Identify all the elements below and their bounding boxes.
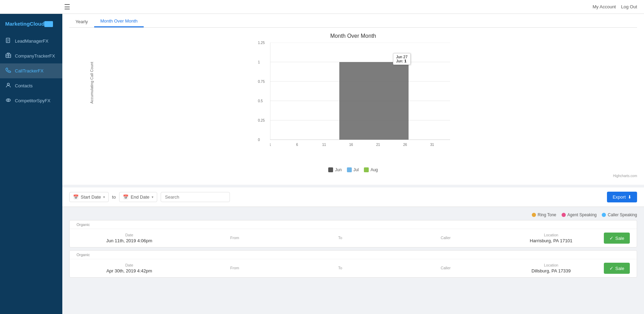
call-col-caller-1: Caller (393, 266, 499, 271)
call-col-date-1: Date Apr 30th, 2019 4:42pm (77, 263, 182, 273)
export-label: Export (612, 194, 626, 200)
sidebar-item-company-tracker[interactable]: CompanyTrackerFX (0, 49, 62, 63)
export-button[interactable]: Export ⬇ (607, 192, 637, 202)
call-col-caller-0: Caller (393, 236, 499, 241)
location-col-label-1: Location (498, 263, 604, 267)
call-col-to-1: To (287, 266, 393, 271)
hamburger-button[interactable]: ☰ (64, 3, 70, 11)
sale-check-icon-1: ✓ (609, 265, 614, 271)
legend-item-jun[interactable]: Jun (328, 167, 341, 172)
sidebar-label-call-tracker: CallTrackerFX (15, 68, 44, 73)
chart-title: Month Over Month (69, 33, 637, 39)
location-value-0: Harrisburg, PA 17101 (498, 238, 604, 243)
main-wrapper: MarketingCloudFX LeadManagerFX CompanyTr… (0, 14, 644, 314)
eye-icon (5, 97, 11, 104)
svg-text:31: 31 (430, 143, 434, 147)
call-record-source-1: Organic (70, 251, 637, 259)
legend-agent-speaking: Agent Speaking (562, 212, 597, 217)
legend-ring-tone: Ring Tone (532, 212, 556, 217)
svg-text:6: 6 (296, 143, 298, 147)
sidebar-label-lead-manager: LeadManagerFX (15, 38, 48, 44)
svg-text:16: 16 (349, 143, 353, 147)
top-nav-links: My Account Log Out (593, 4, 637, 9)
sidebar-label-competitor-spy: CompetitorSpyFX (15, 98, 51, 103)
top-nav: ☰ My Account Log Out (0, 0, 644, 14)
caret-start: ▾ (103, 195, 105, 199)
sale-label-1: Sale (615, 266, 624, 271)
sidebar-item-competitor-spy[interactable]: CompetitorSpyFX (0, 93, 62, 108)
calendar-icon-start: 📅 (73, 194, 79, 200)
svg-point-10 (8, 99, 9, 101)
legend-bar: Ring Tone Agent Speaking Caller Speaking (62, 210, 644, 220)
sidebar-logo: MarketingCloudFX (0, 17, 62, 34)
location-col-label-0: Location (498, 233, 604, 237)
call-col-date-0: Date Jun 11th, 2019 4:06pm (77, 233, 182, 243)
svg-text:1: 1 (270, 143, 271, 147)
svg-text:11: 11 (322, 143, 326, 147)
start-date-label: Start Date (81, 194, 101, 200)
date-value-0: Jun 11th, 2019 4:06pm (77, 238, 182, 243)
location-value-1: Dillsburg, PA 17339 (498, 268, 604, 273)
tab-month-over-month[interactable]: Month Over Month (94, 16, 144, 27)
filter-bar: 📅 Start Date ▾ to 📅 End Date ▾ Export ⬇ (62, 187, 644, 207)
from-col-label-1: From (182, 266, 288, 270)
sidebar-label-contacts: Contacts (15, 83, 33, 88)
caller-speaking-label: Caller Speaking (608, 212, 637, 217)
legend-color-aug (364, 167, 369, 172)
call-record-body-0: Date Jun 11th, 2019 4:06pm From To Calle… (70, 229, 637, 247)
end-date-picker[interactable]: 📅 End Date ▾ (119, 192, 157, 202)
legend-item-jul[interactable]: Jul (347, 167, 359, 172)
agent-speaking-label: Agent Speaking (567, 212, 597, 217)
ring-tone-dot (532, 213, 536, 217)
svg-rect-5 (7, 53, 9, 54)
sidebar-item-contacts[interactable]: Contacts (0, 78, 62, 93)
legend-color-jun (328, 167, 333, 172)
svg-text:21: 21 (376, 143, 380, 147)
call-col-location-1: Location Dillsburg, PA 17339 (498, 263, 604, 273)
call-col-location-0: Location Harrisburg, PA 17101 (498, 233, 604, 243)
company-icon (5, 53, 11, 59)
sale-button-1[interactable]: ✓ Sale (604, 263, 630, 274)
calendar-icon-end: 📅 (123, 194, 128, 200)
to-col-label-0: To (287, 236, 393, 240)
sidebar-logo-text: MarketingCloudFX (5, 21, 53, 27)
caret-end: ▾ (152, 195, 153, 199)
from-col-label-0: From (182, 236, 288, 240)
sidebar-item-lead-manager[interactable]: LeadManagerFX (0, 34, 62, 49)
chart-section: Yearly Month Over Month Month Over Month… (62, 14, 644, 185)
caller-col-label-0: Caller (393, 236, 499, 240)
call-col-from-1: From (182, 266, 288, 271)
start-date-picker[interactable]: 📅 Start Date ▾ (69, 192, 109, 202)
ring-tone-label: Ring Tone (538, 212, 556, 217)
date-col-label-1: Date (77, 263, 182, 267)
document-icon (5, 38, 11, 44)
date-col-label-0: Date (77, 233, 182, 237)
search-input[interactable] (161, 192, 230, 202)
legend-label-jul: Jul (354, 167, 359, 172)
sidebar: MarketingCloudFX LeadManagerFX CompanyTr… (0, 14, 62, 314)
legend-caller-speaking: Caller Speaking (602, 212, 637, 217)
sale-label-0: Sale (615, 236, 624, 241)
tab-yearly[interactable]: Yearly (69, 16, 94, 27)
svg-point-9 (6, 99, 10, 102)
svg-text:26: 26 (403, 143, 407, 147)
sale-button-0[interactable]: ✓ Sale (604, 233, 630, 244)
highcharts-credit: Highcharts.com (69, 174, 637, 178)
my-account-link[interactable]: My Account (593, 4, 616, 9)
call-record-source-0: Organic (70, 220, 637, 229)
chart-tabs: Yearly Month Over Month (69, 14, 637, 28)
svg-point-8 (7, 83, 9, 85)
date-value-1: Apr 30th, 2019 4:42pm (77, 268, 182, 273)
call-col-from-0: From (182, 236, 288, 241)
chart-svg: 1 6 11 16 21 26 31 (270, 43, 450, 147)
agent-speaking-dot (562, 213, 566, 217)
log-out-link[interactable]: Log Out (621, 4, 637, 9)
legend-item-aug[interactable]: Aug (364, 167, 378, 172)
records-section: Organic Date Jun 11th, 2019 4:06pm From … (62, 220, 644, 287)
call-record-1: Organic Date Apr 30th, 2019 4:42pm From … (69, 250, 637, 278)
caller-speaking-dot (602, 213, 606, 217)
chart-container: Accumulating Call Count 1.25 1 0.75 0.5 … (83, 43, 637, 160)
to-col-label-1: To (287, 266, 393, 270)
y-axis-label: Accumulating Call Count (90, 62, 94, 104)
sidebar-item-call-tracker[interactable]: CallTrackerFX (0, 63, 62, 78)
